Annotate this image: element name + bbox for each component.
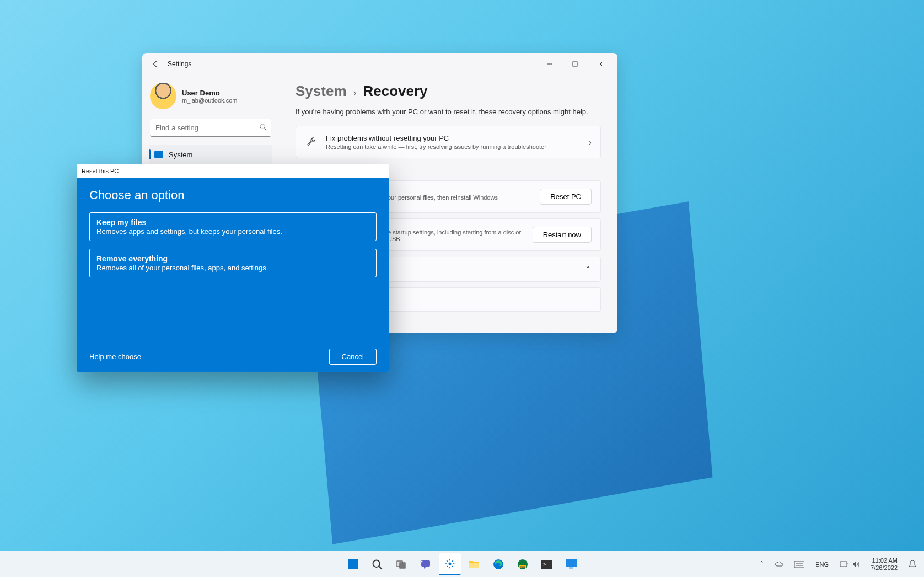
dialog-heading: Choose an option bbox=[89, 188, 377, 202]
svg-text:CAN: CAN bbox=[520, 565, 525, 568]
tray-notifications-button[interactable] bbox=[905, 558, 920, 570]
option-title: Remove everything bbox=[96, 254, 369, 263]
wrench-icon bbox=[305, 137, 317, 148]
reset-pc-button[interactable]: Reset PC bbox=[540, 189, 592, 205]
start-button[interactable] bbox=[342, 553, 364, 575]
cancel-button[interactable]: Cancel bbox=[329, 349, 377, 365]
chevron-right-icon: › bbox=[353, 87, 357, 99]
taskbar-edge-button[interactable] bbox=[487, 553, 509, 575]
chevron-up-icon: ⌃ bbox=[585, 265, 592, 274]
user-email: m_lab@outlook.com bbox=[182, 97, 237, 104]
help-me-choose-link[interactable]: Help me choose bbox=[89, 352, 141, 361]
svg-point-4 bbox=[260, 124, 265, 129]
window-titlebar: Settings bbox=[142, 53, 617, 75]
svg-line-5 bbox=[265, 129, 267, 131]
taskbar-file-explorer-button[interactable] bbox=[463, 553, 485, 575]
svg-point-6 bbox=[373, 560, 380, 567]
breadcrumb: System › Recovery bbox=[296, 83, 601, 100]
tray-language[interactable]: ENG bbox=[812, 559, 832, 569]
svg-rect-1 bbox=[573, 62, 577, 66]
tray-onedrive-icon[interactable] bbox=[771, 559, 787, 569]
card-title: Fix problems without resetting your PC bbox=[326, 134, 580, 142]
avatar bbox=[150, 83, 176, 109]
reset-pc-dialog: Reset this PC Choose an option Keep my f… bbox=[77, 164, 389, 372]
svg-rect-13 bbox=[469, 563, 479, 568]
chevron-up-icon: ˄ bbox=[760, 560, 764, 568]
search-box bbox=[150, 119, 271, 137]
taskbar-settings-button[interactable] bbox=[439, 553, 461, 575]
window-minimize-button[interactable] bbox=[537, 55, 562, 73]
search-input[interactable] bbox=[150, 119, 271, 137]
taskbar-chat-button[interactable] bbox=[415, 553, 437, 575]
svg-rect-20 bbox=[566, 559, 577, 567]
user-name: User Demo bbox=[182, 89, 237, 97]
volume-icon bbox=[852, 560, 859, 568]
taskbar-center: CAN >_ bbox=[342, 553, 582, 575]
option-remove-everything[interactable]: Remove everything Removes all of your pe… bbox=[89, 249, 377, 277]
svg-rect-25 bbox=[840, 562, 847, 567]
user-profile-block[interactable]: User Demo m_lab@outlook.com bbox=[149, 79, 272, 117]
svg-point-12 bbox=[449, 562, 452, 565]
clock-date: 7/26/2022 bbox=[871, 564, 898, 571]
sidebar-item-system[interactable]: System bbox=[149, 145, 272, 164]
taskbar: CAN >_ ˄ ENG 11:02 AM 7/26/2022 bbox=[0, 551, 924, 577]
network-icon bbox=[840, 560, 848, 568]
card-desc: Resetting can take a while — first, try … bbox=[326, 143, 580, 150]
svg-point-11 bbox=[421, 560, 423, 563]
breadcrumb-parent[interactable]: System bbox=[296, 83, 347, 100]
svg-rect-21 bbox=[569, 567, 573, 569]
search-icon bbox=[259, 123, 267, 132]
sidebar-item-label: System bbox=[169, 151, 192, 159]
svg-rect-9 bbox=[400, 563, 405, 568]
card-desc: e startup settings, including starting f… bbox=[388, 229, 524, 242]
tray-overflow-button[interactable]: ˄ bbox=[757, 559, 767, 569]
taskbar-edge-canary-button[interactable]: CAN bbox=[512, 553, 534, 575]
card-desc: our personal files, then reinstall Windo… bbox=[388, 194, 531, 201]
tray-keyboard-icon[interactable] bbox=[791, 559, 808, 569]
window-title: Settings bbox=[168, 60, 191, 68]
page-subtitle: If you're having problems with your PC o… bbox=[296, 108, 601, 116]
tray-clock[interactable]: 11:02 AM 7/26/2022 bbox=[867, 555, 901, 573]
tray-quick-settings[interactable] bbox=[836, 559, 863, 570]
option-title: Keep my files bbox=[96, 218, 369, 227]
dialog-title: Reset this PC bbox=[82, 168, 119, 174]
back-button[interactable] bbox=[147, 55, 164, 73]
system-tray: ˄ ENG 11:02 AM 7/26/2022 bbox=[757, 555, 920, 573]
taskbar-app-button[interactable] bbox=[560, 553, 582, 575]
window-close-button[interactable] bbox=[588, 55, 613, 73]
chevron-right-icon: › bbox=[589, 138, 592, 147]
task-view-button[interactable] bbox=[390, 553, 412, 575]
option-desc: Removes all of your personal files, apps… bbox=[96, 264, 369, 272]
svg-text:>_: >_ bbox=[543, 562, 549, 567]
taskbar-search-button[interactable] bbox=[366, 553, 388, 575]
clock-time: 11:02 AM bbox=[871, 557, 898, 564]
breadcrumb-current: Recovery bbox=[363, 83, 428, 100]
display-icon bbox=[154, 151, 163, 158]
option-keep-my-files[interactable]: Keep my files Removes apps and settings,… bbox=[89, 212, 377, 241]
dialog-titlebar: Reset this PC bbox=[77, 164, 389, 178]
window-maximize-button[interactable] bbox=[562, 55, 588, 73]
windows-logo-icon bbox=[348, 559, 358, 569]
svg-rect-22 bbox=[794, 561, 804, 568]
fix-problems-card[interactable]: Fix problems without resetting your PC R… bbox=[296, 126, 601, 158]
taskbar-terminal-button[interactable]: >_ bbox=[536, 553, 558, 575]
svg-line-7 bbox=[379, 566, 382, 569]
restart-now-button[interactable]: Restart now bbox=[533, 227, 592, 243]
option-desc: Removes apps and settings, but keeps you… bbox=[96, 227, 369, 236]
